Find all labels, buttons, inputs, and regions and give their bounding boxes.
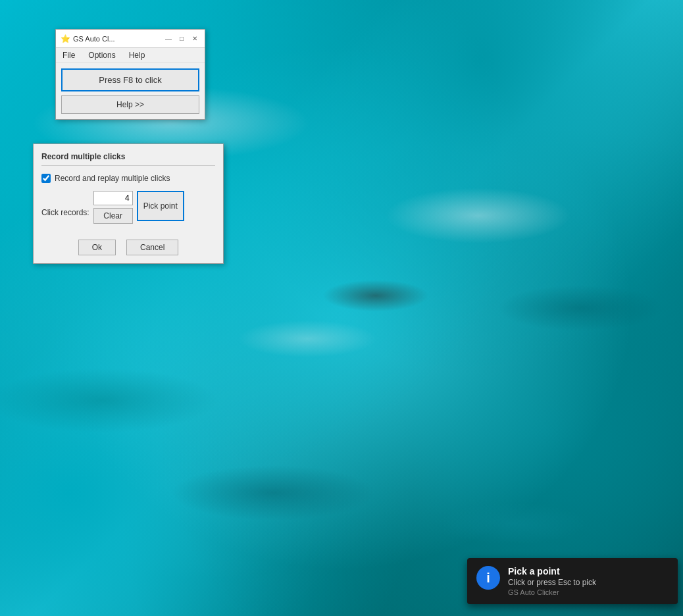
notification-title: Pick a point [508, 566, 669, 577]
record-checkbox[interactable] [41, 174, 51, 183]
click-records-input[interactable] [93, 191, 133, 205]
main-window: ⭐ GS Auto Cl... — □ ✕ File Options Help … [55, 29, 205, 120]
window-title: GS Auto Cl... [73, 35, 115, 43]
app-icon: ⭐ [60, 34, 70, 44]
title-bar: ⭐ GS Auto Cl... — □ ✕ [56, 30, 205, 48]
notification-content: Pick a point Click or press Esc to pick … [508, 566, 669, 596]
menu-options[interactable]: Options [84, 49, 119, 61]
title-bar-controls: — □ ✕ [163, 33, 201, 45]
maximize-button[interactable]: □ [176, 33, 188, 45]
record-checkbox-label: Record and replay multiple clicks [55, 174, 170, 183]
cancel-button[interactable]: Cancel [126, 240, 178, 255]
pick-point-button[interactable]: Pick point [137, 191, 184, 221]
dialog-footer: Ok Cancel [41, 240, 215, 255]
click-records-row: Click records: Clear Pick point [41, 191, 215, 234]
menu-file[interactable]: File [59, 49, 79, 61]
click-records-label: Click records: [41, 208, 89, 217]
notification-icon: i [476, 566, 500, 590]
ok-button[interactable]: Ok [78, 240, 116, 255]
minimize-button[interactable]: — [163, 33, 174, 45]
menu-bar: File Options Help [56, 48, 205, 63]
window-body: Press F8 to click Help >> [56, 63, 205, 119]
notification-source: GS Auto Clicker [508, 588, 669, 596]
close-button[interactable]: ✕ [189, 33, 201, 45]
record-dialog: Record multiple clicks Record and replay… [33, 143, 224, 264]
press-f8-button[interactable]: Press F8 to click [61, 68, 199, 91]
checkbox-row: Record and replay multiple clicks [41, 174, 215, 183]
menu-help[interactable]: Help [125, 49, 149, 61]
dialog-title: Record multiple clicks [41, 152, 215, 166]
records-controls: Clear Pick point [93, 191, 184, 224]
title-bar-left: ⭐ GS Auto Cl... [60, 34, 115, 44]
clear-button[interactable]: Clear [93, 208, 133, 224]
help-button[interactable]: Help >> [61, 95, 199, 114]
records-left: Clear [93, 191, 133, 224]
notification-toast: i Pick a point Click or press Esc to pic… [467, 558, 678, 604]
notification-body: Click or press Esc to pick [508, 578, 669, 587]
